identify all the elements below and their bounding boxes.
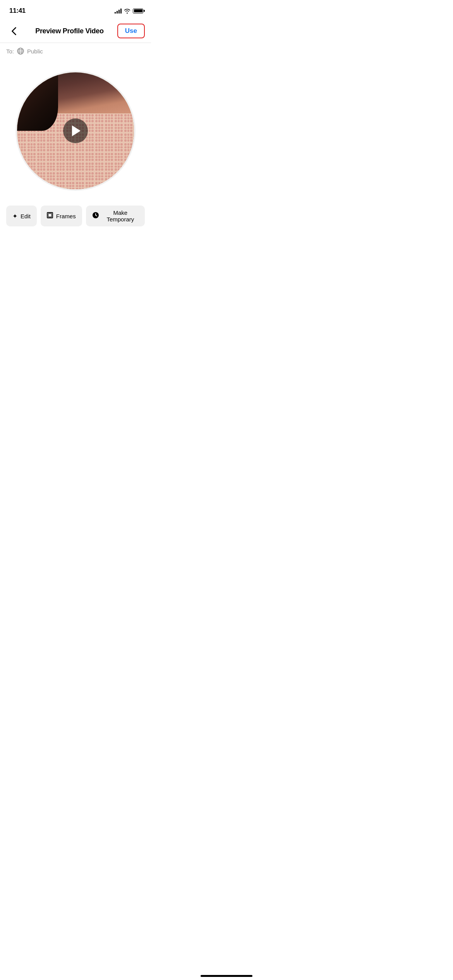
use-button[interactable]: Use [117, 24, 145, 38]
status-time: 11:41 [9, 7, 26, 15]
signal-icon [115, 9, 122, 14]
edit-button[interactable]: ✦ Edit [6, 206, 37, 226]
profile-video[interactable] [15, 71, 136, 191]
audience-prefix: To: [6, 48, 14, 55]
svg-rect-6 [48, 214, 51, 217]
frames-label: Frames [56, 213, 76, 219]
make-temporary-label: Make Temporary [102, 209, 139, 223]
page-title: Preview Profile Video [35, 27, 103, 35]
nav-bar: Preview Profile Video Use [0, 19, 151, 43]
video-container [0, 59, 151, 195]
audience-value: Public [27, 48, 43, 55]
action-buttons: ✦ Edit Frames Make Temporary [0, 195, 151, 233]
frames-icon [47, 212, 53, 220]
clock-icon [92, 212, 99, 220]
status-bar: 11:41 [0, 0, 151, 19]
status-icons [115, 9, 143, 14]
globe-icon [17, 48, 24, 55]
make-temporary-button[interactable]: Make Temporary [86, 206, 145, 226]
edit-icon: ✦ [12, 212, 17, 220]
play-icon [72, 125, 81, 136]
back-button[interactable] [6, 23, 22, 39]
audience-row: To: Public [0, 43, 151, 59]
use-button-label: Use [125, 27, 137, 34]
frames-button[interactable]: Frames [41, 206, 82, 226]
back-chevron-icon [12, 27, 16, 35]
edit-label: Edit [21, 213, 31, 219]
play-button[interactable] [63, 118, 88, 143]
battery-icon [133, 9, 143, 14]
wifi-icon [124, 9, 130, 14]
